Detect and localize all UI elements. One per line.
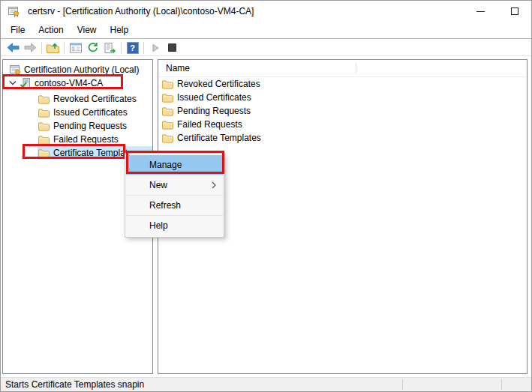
context-menu-item-manage[interactable]: Manage xyxy=(126,155,223,175)
console-tree-icon xyxy=(70,43,82,53)
play-icon xyxy=(151,43,160,52)
certification-authority-icon xyxy=(8,64,21,76)
mmc-window: certsrv - [Certification Authority (Loca… xyxy=(0,0,532,392)
minimize-icon xyxy=(476,11,485,12)
folder-icon xyxy=(38,106,50,118)
refresh-button[interactable] xyxy=(84,40,101,55)
tree-item-label: Failed Requests xyxy=(53,134,119,145)
list-item-label: Issued Certificates xyxy=(177,92,251,103)
menu-bar: File Action View Help xyxy=(1,22,531,39)
back-button[interactable] xyxy=(5,40,22,55)
tree-item-label: contoso-VM4-CA xyxy=(35,78,103,88)
tree-item-failed-requests[interactable]: Failed Requests xyxy=(3,133,152,146)
list-item-revoked-certificates[interactable]: Revoked Certificates xyxy=(158,77,527,91)
tree-item-label: Revoked Certificates xyxy=(53,94,137,104)
help-icon: ? xyxy=(127,42,139,54)
toolbar-separator xyxy=(121,42,122,54)
refresh-icon xyxy=(87,42,98,53)
back-arrow-icon xyxy=(7,43,20,52)
tree-item-label: Issued Certificates xyxy=(53,107,128,118)
status-bar-divider xyxy=(402,379,403,390)
show-hide-console-tree-button[interactable] xyxy=(67,40,84,55)
list-item-label: Pending Requests xyxy=(177,106,251,116)
tree-item-label: Certification Authority (Local) xyxy=(24,64,139,75)
start-service-button[interactable] xyxy=(146,40,164,55)
toolbar: ? xyxy=(1,40,531,56)
certsrv-app-icon xyxy=(7,5,20,17)
folder-icon xyxy=(161,78,174,90)
minimize-button[interactable] xyxy=(464,1,497,22)
list-item-certificate-templates[interactable]: Certificate Templates xyxy=(158,131,527,145)
context-menu-item-refresh[interactable]: Refresh xyxy=(126,196,223,215)
tree-item-pending-requests[interactable]: Pending Requests xyxy=(3,119,152,133)
list-item-failed-requests[interactable]: Failed Requests xyxy=(158,118,527,131)
status-text: Starts Certificate Templates snapin xyxy=(5,379,144,390)
menu-file[interactable]: File xyxy=(11,25,25,35)
folder-icon xyxy=(161,105,174,117)
folder-icon xyxy=(38,120,50,132)
context-menu-item-label: New xyxy=(149,180,167,190)
column-header-label: Name xyxy=(166,63,190,73)
context-menu-item-label: Manage xyxy=(149,160,182,170)
folder-icon xyxy=(38,133,50,145)
context-menu-item-label: Refresh xyxy=(149,200,181,211)
folder-icon xyxy=(38,147,50,159)
folder-icon xyxy=(161,118,174,130)
folder-icon xyxy=(161,91,174,103)
list-item-label: Failed Requests xyxy=(177,119,242,130)
context-menu-item-new[interactable]: New xyxy=(126,175,223,195)
list-item-issued-certificates[interactable]: Issued Certificates xyxy=(158,91,527,104)
stop-service-button[interactable] xyxy=(164,40,181,55)
maximize-icon xyxy=(511,7,518,15)
help-button[interactable]: ? xyxy=(124,40,141,55)
column-header-name[interactable]: Name xyxy=(158,60,527,77)
toolbar-separator xyxy=(143,42,144,54)
window-title: certsrv - [Certification Authority (Loca… xyxy=(28,6,254,16)
status-bar: Starts Certificate Templates snapin xyxy=(1,377,531,391)
list-item-label: Certificate Templates xyxy=(177,133,261,143)
stop-icon xyxy=(168,43,176,52)
tree-item-revoked-certificates[interactable]: Revoked Certificates xyxy=(3,92,152,106)
toolbar-separator xyxy=(41,42,42,54)
menu-help[interactable]: Help xyxy=(110,25,129,35)
list-item-label: Revoked Certificates xyxy=(177,79,260,89)
tree-item-certification-authority[interactable]: Certification Authority (Local) xyxy=(3,63,152,76)
menu-view[interactable]: View xyxy=(77,25,97,35)
window-controls xyxy=(464,1,531,22)
tree-item-label: Pending Requests xyxy=(53,121,127,131)
status-bar-divider xyxy=(501,379,502,390)
toolbar-separator xyxy=(64,42,65,54)
maximize-button[interactable] xyxy=(497,1,531,22)
export-list-button[interactable] xyxy=(101,40,119,55)
tree-item-contoso-vm4-ca[interactable]: contoso-VM4-CA xyxy=(3,76,152,90)
folder-icon xyxy=(38,93,50,105)
context-menu-item-label: Help xyxy=(149,220,168,231)
title-bar: certsrv - [Certification Authority (Loca… xyxy=(1,1,531,22)
up-one-level-button[interactable] xyxy=(44,40,62,55)
forward-button[interactable] xyxy=(22,40,39,55)
menu-action[interactable]: Action xyxy=(38,25,63,35)
context-menu: Manage New Refresh Help xyxy=(125,153,224,238)
list-item-pending-requests[interactable]: Pending Requests xyxy=(158,104,527,118)
ca-server-icon xyxy=(19,77,32,89)
chevron-expanded-icon[interactable] xyxy=(7,81,19,85)
forward-arrow-icon xyxy=(24,43,37,52)
folder-icon xyxy=(161,132,174,144)
context-menu-item-help[interactable]: Help xyxy=(126,216,223,235)
submenu-arrow-icon xyxy=(212,181,216,189)
tree-item-issued-certificates[interactable]: Issued Certificates xyxy=(3,106,152,119)
export-list-icon xyxy=(104,43,116,53)
column-divider[interactable] xyxy=(356,63,356,73)
up-one-level-icon xyxy=(47,43,59,53)
